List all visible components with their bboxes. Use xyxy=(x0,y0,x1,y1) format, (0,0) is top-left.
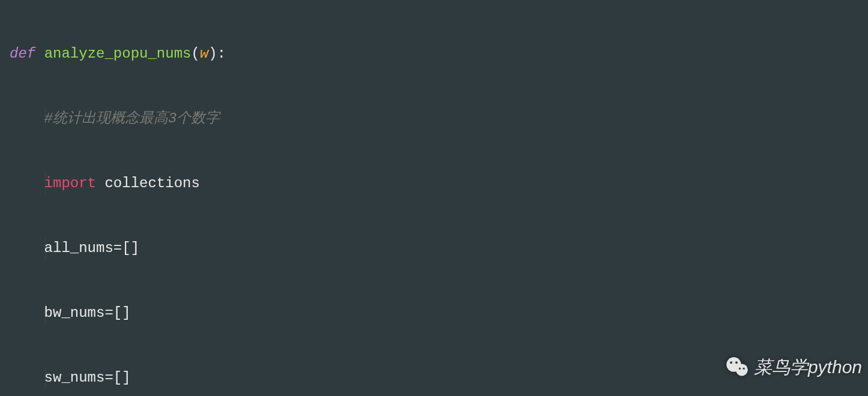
svg-point-1 xyxy=(736,364,748,376)
comment: #统计出现概念最高3个数字 xyxy=(44,110,220,127)
parameter: w xyxy=(200,46,208,62)
svg-point-5 xyxy=(743,368,744,370)
code-line: def analyze_popu_nums(w): xyxy=(0,43,868,65)
wechat-icon xyxy=(725,355,749,379)
code-line: import collections xyxy=(0,173,868,194)
code-editor[interactable]: def analyze_popu_nums(w): #统计出现概念最高3个数字 … xyxy=(0,0,868,396)
svg-point-2 xyxy=(730,361,732,364)
svg-point-4 xyxy=(739,368,741,370)
svg-point-3 xyxy=(735,361,738,364)
watermark: 菜鸟学python xyxy=(725,355,862,379)
keyword-def: def xyxy=(10,46,35,62)
code-line: bw_nums=[] xyxy=(0,302,868,324)
code-line: #统计出现概念最高3个数字 xyxy=(0,108,868,130)
function-name: analyze_popu_nums xyxy=(44,46,191,62)
watermark-text: 菜鸟学python xyxy=(754,356,862,378)
code-line: all_nums=[] xyxy=(0,238,868,259)
keyword-import: import xyxy=(44,175,96,191)
